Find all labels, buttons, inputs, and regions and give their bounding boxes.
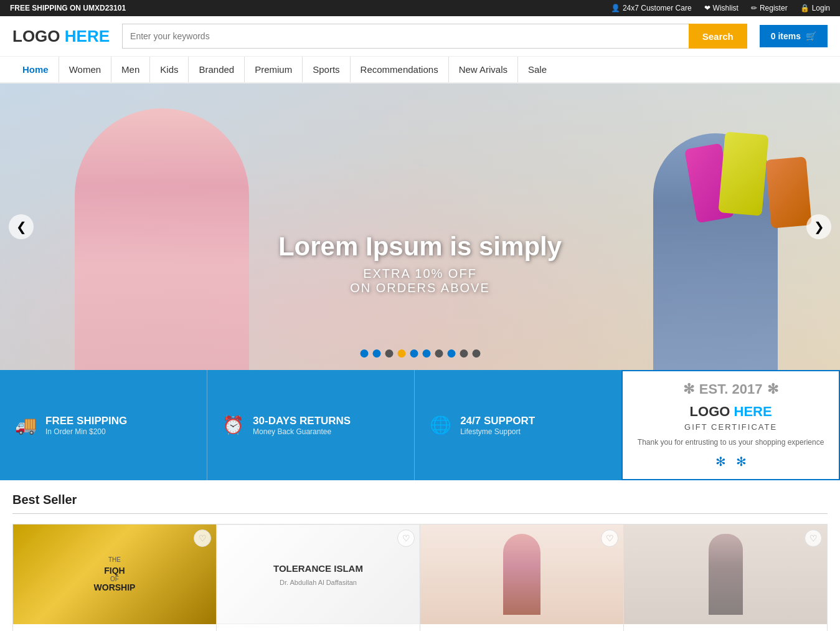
logo[interactable]: LOGO HERE	[12, 27, 110, 46]
wishlist-btn-3[interactable]: ♡	[601, 529, 618, 547]
fashion-figure-1	[503, 534, 540, 615]
top-bar-links: 👤 24x7 Customer Care ❤ Wishlist ✏ Regist…	[611, 4, 830, 12]
book-cover-tolerance: TOLERANCE ISLAM Dr. Abdullah Al Daffasit…	[217, 524, 420, 624]
hero-dot-3[interactable]	[385, 349, 393, 358]
returns-icon: ⏰	[222, 415, 244, 435]
nav-recommendations[interactable]: Recommendations	[351, 57, 449, 82]
book-cover-fiqh: THE FIQH OF WORSHIP	[13, 524, 216, 624]
best-seller-section: Best Seller ♡ THE FIQH OF WORSHIP ♡	[0, 480, 840, 631]
search-button[interactable]: Search	[689, 24, 747, 49]
nav-new-arrivals[interactable]: New Arivals	[449, 57, 518, 82]
nav-home[interactable]: Home	[12, 57, 59, 82]
hero-text: Lorem Ipsum is simply EXTRA 10% OFF ON O…	[278, 232, 562, 295]
gift-logo-here: HERE	[734, 404, 772, 419]
gift-deco-right: ✻	[767, 381, 778, 397]
fashion-cover-2	[624, 524, 827, 624]
gift-card-logo: LOGO HERE	[690, 404, 772, 420]
product-card-4[interactable]: ♡	[623, 524, 828, 631]
nav-women[interactable]: Women	[59, 57, 111, 82]
customer-care-link[interactable]: 👤 24x7 Customer Care	[611, 4, 692, 12]
login-link[interactable]: 🔒 Login	[800, 4, 830, 12]
shipping-icon: 🚚	[15, 415, 37, 435]
nav-men[interactable]: Men	[111, 57, 150, 82]
wishlist-link[interactable]: ❤ Wishlist	[704, 4, 739, 12]
hero-figure-left	[75, 108, 249, 370]
heart-icon: ❤	[704, 4, 710, 12]
site-header: LOGO HERE Search 0 items 🛒	[0, 16, 840, 57]
features-bar: 🚚 FREE SHIPPING In Order Min $200 ⏰ 30-D…	[0, 370, 621, 480]
gift-deco-left: ✻	[683, 381, 694, 397]
hero-dot-7[interactable]	[435, 349, 443, 358]
hero-dot-10[interactable]	[472, 349, 480, 358]
product-image-1: THE FIQH OF WORSHIP	[13, 524, 216, 624]
feature-support: 🌐 24/7 SUPPORT Lifestyme Support	[415, 370, 621, 480]
hero-dot-1[interactable]	[360, 349, 368, 358]
hero-slider: ❮ ❯ Lorem Ipsum is simply EXTRA 10% OFF …	[0, 83, 840, 370]
nav-sports[interactable]: Sports	[303, 57, 350, 82]
hero-next-button[interactable]: ❯	[806, 214, 831, 239]
cart-icon: 🛒	[806, 31, 816, 41]
hero-dots	[360, 349, 480, 358]
wishlist-btn-4[interactable]: ♡	[805, 529, 822, 547]
support-icon: 🌐	[430, 415, 451, 435]
lock-icon: 🔒	[800, 4, 809, 12]
product-image-2: TOLERANCE ISLAM Dr. Abdullah Al Daffasit…	[217, 524, 420, 624]
logo-text-here: HERE	[65, 27, 110, 45]
shopping-bag-3	[765, 156, 811, 228]
search-input[interactable]	[122, 24, 689, 49]
products-row: ♡ THE FIQH OF WORSHIP ♡ TOLERANCE ISLAM	[12, 524, 828, 631]
nav-premium[interactable]: Premium	[245, 57, 303, 82]
product-card-3[interactable]: ♡	[420, 524, 624, 631]
wishlist-btn-1[interactable]: ♡	[194, 529, 211, 547]
hero-dot-4[interactable]	[397, 349, 405, 358]
product-image-3	[420, 524, 623, 624]
fashion-cover-1	[420, 524, 623, 624]
register-link[interactable]: ✏ Register	[751, 4, 788, 12]
hero-prev-button[interactable]: ❮	[9, 214, 34, 239]
nav-kids[interactable]: Kids	[150, 57, 189, 82]
feature-returns-text: 30-DAYS RETURNS Money Back Guarantee	[253, 415, 351, 436]
hero-subheading2: ON ORDERS ABOVE	[278, 281, 562, 295]
fashion-figure-2	[709, 534, 743, 615]
features-row: 🚚 FREE SHIPPING In Order Min $200 ⏰ 30-D…	[0, 370, 840, 480]
nav-branded[interactable]: Branded	[189, 57, 245, 82]
product-image-4	[624, 524, 827, 624]
hero-dot-2[interactable]	[372, 349, 380, 358]
best-seller-title: Best Seller	[12, 493, 828, 507]
gift-card-est: ✻ EST. 2017 ✻	[683, 381, 779, 397]
hero-dot-6[interactable]	[422, 349, 430, 358]
products-area: ♡ THE FIQH OF WORSHIP ♡ TOLERANCE ISLAM	[12, 524, 828, 631]
best-seller-divider	[12, 513, 828, 514]
hero-dot-8[interactable]	[447, 349, 455, 358]
product-card-1[interactable]: ♡ THE FIQH OF WORSHIP	[12, 524, 217, 631]
main-nav: Home Women Men Kids Branded Premium Spor…	[0, 57, 840, 83]
feature-shipping-text: FREE SHIPPING In Order Min $200	[45, 415, 127, 436]
book-title-tolerance: TOLERANCE ISLAM	[273, 562, 363, 575]
top-bar: FREE SHIPPING ON UMXD23101 👤 24x7 Custom…	[0, 0, 840, 16]
customer-care-icon: 👤	[611, 4, 620, 12]
hero-heading: Lorem Ipsum is simply	[278, 232, 562, 262]
feature-support-text: 24/7 SUPPORT Lifestyme Support	[460, 415, 535, 436]
hero-dot-5[interactable]	[410, 349, 418, 358]
cart-items-count: 0 items	[771, 31, 801, 41]
hero-subheading: EXTRA 10% OFF	[278, 267, 562, 281]
product-card-2[interactable]: ♡ TOLERANCE ISLAM Dr. Abdullah Al Daffas…	[216, 524, 420, 631]
gift-card: ✻ EST. 2017 ✻ LOGO HERE GIFT CERTIFICATE…	[621, 370, 840, 480]
search-bar: Search	[122, 24, 747, 49]
cart-button[interactable]: 0 items 🛒	[760, 25, 828, 47]
gift-bottom-deco-right: ✻	[736, 454, 747, 469]
wishlist-btn-2[interactable]: ♡	[397, 529, 415, 547]
promo-text: FREE SHIPPING ON UMXD23101	[10, 4, 126, 12]
shopping-bag-2	[718, 131, 768, 216]
feature-shipping: 🚚 FREE SHIPPING In Order Min $200	[0, 370, 207, 480]
gift-logo-logo: LOGO	[690, 404, 730, 419]
feature-returns: ⏰ 30-DAYS RETURNS Money Back Guarantee	[207, 370, 415, 480]
gift-card-title: GIFT CERTIFICATE	[684, 422, 777, 432]
nav-sale[interactable]: Sale	[518, 57, 557, 82]
gift-bottom-deco-left: ✻	[715, 454, 726, 469]
logo-text-logo: LOGO	[12, 27, 60, 45]
gift-card-description: Thank you for entrusting to us your shop…	[638, 437, 824, 448]
hero-dot-9[interactable]	[460, 349, 468, 358]
pen-icon: ✏	[751, 4, 757, 12]
